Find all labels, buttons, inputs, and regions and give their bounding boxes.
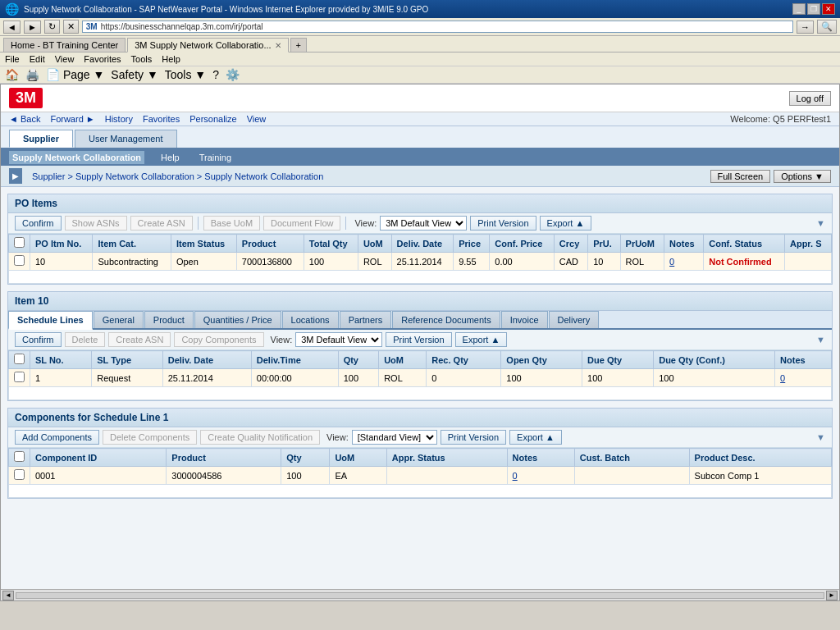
tab-reference-documents[interactable]: Reference Documents — [392, 311, 500, 328]
ie-cmd-bar: 🏠 🖨️ 📄 Page ▼ Safety ▼ Tools ▼ ? ⚙️ — [0, 66, 840, 84]
po-show-asns-button[interactable]: Show ASNs — [65, 216, 127, 231]
help-menu[interactable]: ? — [212, 68, 219, 81]
comp-notes-link[interactable]: 0 — [513, 471, 518, 481]
create-quality-button[interactable]: Create Quality Notification — [200, 430, 320, 445]
tab-partners[interactable]: Partners — [340, 311, 392, 328]
close-button[interactable]: ✕ — [822, 3, 835, 15]
tab-invoice[interactable]: Invoice — [501, 311, 548, 328]
sl-col-type: SL Type — [92, 351, 163, 369]
safety-menu[interactable]: Safety ▼ — [111, 68, 158, 81]
sl-export-button[interactable]: Export ▲ — [455, 332, 508, 347]
sl-open-qty: 100 — [501, 369, 582, 387]
browser-tab-home[interactable]: Home - BT Training Center — [3, 38, 126, 52]
sl-qty: 100 — [338, 369, 379, 387]
comp-row-checkbox-cell — [9, 467, 30, 485]
menu-view[interactable]: View — [55, 54, 75, 64]
home-icon[interactable]: 🏠 — [5, 68, 19, 81]
history-link[interactable]: History — [105, 114, 133, 124]
full-screen-button[interactable]: Full Screen — [710, 170, 771, 183]
menu-favorites[interactable]: Favorites — [84, 54, 121, 64]
tab-quantities-price[interactable]: Quantities / Price — [194, 311, 281, 328]
minimize-button[interactable]: _ — [792, 3, 806, 15]
comp-select-all[interactable] — [14, 451, 25, 462]
comp-row-checkbox[interactable] — [14, 469, 25, 480]
scroll-left-button[interactable]: ◄ — [2, 591, 14, 600]
scroll-right-button[interactable]: ► — [826, 591, 838, 600]
add-components-button[interactable]: Add Components — [15, 430, 99, 445]
side-panel-toggle[interactable]: ▶ — [9, 168, 22, 184]
back-nav-button[interactable]: ◄ — [3, 21, 21, 34]
filter-icon[interactable]: ▼ — [816, 218, 825, 228]
sl-delete-button[interactable]: Delete — [65, 332, 106, 347]
menu-tools[interactable]: Tools — [131, 54, 153, 64]
h-scroll-track[interactable] — [16, 592, 824, 599]
menu-help[interactable]: Help — [162, 54, 180, 64]
sl-copy-components-button[interactable]: Copy Components — [174, 332, 263, 347]
favorites-link[interactable]: Favorites — [143, 114, 180, 124]
search-button[interactable]: 🔍 — [817, 20, 837, 34]
menu-edit[interactable]: Edit — [30, 54, 45, 64]
print-icon[interactable]: 🖨️ — [25, 68, 39, 81]
comp-export-button[interactable]: Export ▲ — [509, 430, 562, 445]
tab-supplier[interactable]: Supplier — [9, 130, 73, 148]
view-link[interactable]: View — [247, 114, 267, 124]
tab-product[interactable]: Product — [144, 311, 194, 328]
subnav-help[interactable]: Help — [158, 151, 183, 164]
notes-link[interactable]: 0 — [669, 257, 674, 267]
po-print-button[interactable]: Print Version — [470, 216, 536, 231]
comp-filter-icon[interactable]: ▼ — [816, 432, 825, 442]
po-document-flow-button[interactable]: Document Flow — [263, 216, 340, 231]
tab-delivery[interactable]: Delivery — [549, 311, 600, 328]
sl-notes-link[interactable]: 0 — [780, 373, 785, 383]
sl-notes: 0 — [775, 369, 832, 387]
new-tab-button[interactable]: + — [290, 38, 307, 52]
row-checkbox[interactable] — [14, 255, 25, 266]
forward-link[interactable]: Forward ► — [50, 114, 94, 124]
sl-confirm-button[interactable]: Confirm — [15, 332, 62, 347]
sl-select-all[interactable] — [14, 354, 25, 364]
options-button[interactable]: Options ▼ — [774, 170, 831, 183]
comp-print-button[interactable]: Print Version — [441, 430, 506, 445]
browser-tab-snc[interactable]: 3M Supply Network Collaboratio... ✕ — [127, 38, 288, 52]
po-create-asn-button[interactable]: Create ASN — [130, 216, 193, 231]
po-export-button[interactable]: Export ▲ — [540, 216, 592, 231]
subnav-snc[interactable]: Supply Network Collaboration — [9, 151, 144, 164]
tab-label: 3M Supply Network Collaboratio... — [135, 40, 271, 50]
tab-close-icon[interactable]: ✕ — [275, 41, 281, 50]
subnav-training[interactable]: Training — [196, 151, 235, 164]
tools-menu[interactable]: Tools ▼ — [165, 68, 206, 81]
tab-general[interactable]: General — [94, 311, 144, 328]
stop-button[interactable]: ✕ — [63, 20, 79, 34]
back-link[interactable]: ◄ Back — [9, 114, 40, 124]
personalize-link[interactable]: Personalize — [189, 114, 236, 124]
page-menu[interactable]: 📄 Page ▼ — [46, 68, 104, 81]
pru: 10 — [588, 253, 620, 271]
select-all-checkbox[interactable] — [14, 237, 25, 248]
comp-product-desc: Subcon Comp 1 — [689, 467, 831, 485]
address-bar[interactable]: 3M https://businesschannelqap.3m.com/irj… — [82, 21, 793, 33]
forward-nav-button[interactable]: ► — [24, 21, 41, 34]
logoff-button[interactable]: Log off — [789, 91, 831, 106]
tab-user-management[interactable]: User Management — [75, 130, 177, 148]
item-tabs: Schedule Lines General Product Quantitie… — [8, 311, 832, 330]
sl-row-checkbox[interactable] — [14, 372, 25, 382]
separator — [198, 217, 199, 230]
developer-icon[interactable]: ⚙️ — [226, 68, 240, 81]
sl-view-select[interactable]: 3M Default View — [295, 332, 382, 347]
sl-filter-icon[interactable]: ▼ — [816, 335, 825, 345]
sl-create-asn-button[interactable]: Create ASN — [108, 332, 171, 347]
go-button[interactable]: → — [797, 21, 814, 34]
po-base-uom-button[interactable]: Base UoM — [203, 216, 260, 231]
comp-view-select[interactable]: [Standard View] — [352, 430, 437, 445]
refresh-button[interactable]: ↻ — [44, 20, 60, 34]
restore-button[interactable]: ❐ — [807, 3, 820, 15]
sl-print-button[interactable]: Print Version — [386, 332, 451, 347]
tab-locations[interactable]: Locations — [282, 311, 339, 328]
sl-col-rec-qty: Rec. Qty — [427, 351, 501, 369]
po-view-select[interactable]: 3M Default View — [380, 216, 467, 231]
tab-schedule-lines[interactable]: Schedule Lines — [8, 311, 93, 330]
po-confirm-button[interactable]: Confirm — [15, 216, 62, 231]
menu-file[interactable]: File — [5, 54, 20, 64]
delete-components-button[interactable]: Delete Components — [103, 430, 197, 445]
sl-uom: ROL — [379, 369, 427, 387]
